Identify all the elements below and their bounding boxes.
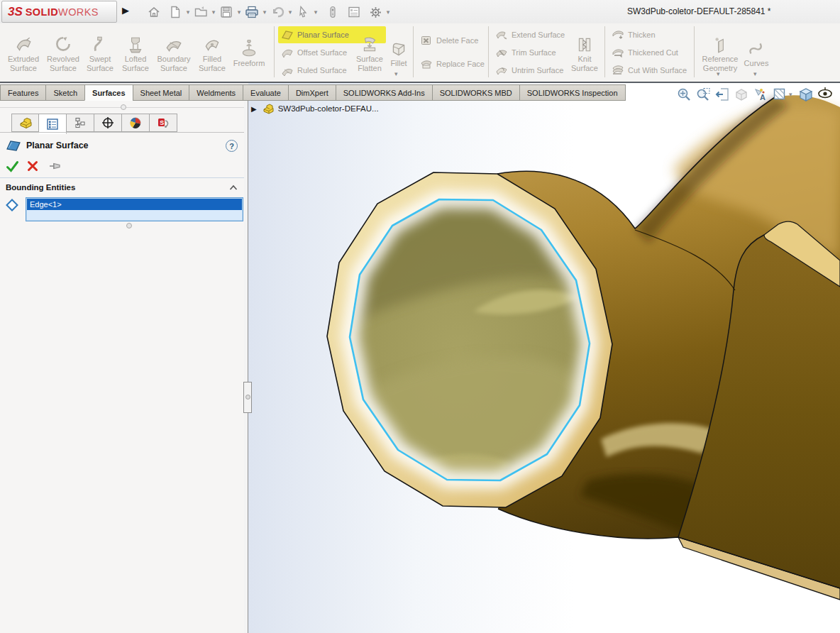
menu-flyout-arrow[interactable]: ▶ — [122, 5, 129, 16]
ribbon-button-fillet[interactable]: Fillet — [386, 26, 411, 80]
reference-geometry-dropdown-icon[interactable]: ▾ — [717, 70, 720, 77]
tab-sheet-metal[interactable]: Sheet Metal — [133, 84, 189, 101]
edge-selection-diamond-icon — [6, 199, 18, 211]
view-orientation-cube-icon[interactable] — [796, 85, 815, 104]
fillet-dropdown-icon[interactable]: ▾ — [394, 70, 398, 77]
model-3d-coletor[interactable] — [248, 83, 840, 633]
ribbon-button-trim-surface[interactable]: Trim Surface — [492, 44, 565, 61]
featuremanager-tree-icon[interactable] — [11, 114, 39, 132]
ribbon-button-extend-surface[interactable]: Extend Surface — [492, 26, 565, 43]
ribbon-button-untrim-surface[interactable]: Untrim Surface — [492, 62, 565, 79]
print-dropdown-icon[interactable]: ▾ — [260, 9, 269, 16]
bounding-entities-label: Bounding Entities — [6, 183, 75, 192]
collapse-chevron-icon[interactable] — [228, 184, 238, 192]
undo-icon[interactable] — [269, 4, 286, 21]
panel-collapse-handle[interactable] — [121, 104, 126, 110]
tab-dimxpert[interactable]: DimXpert — [288, 84, 336, 101]
tab-weldments[interactable]: Weldments — [189, 84, 243, 101]
options-dropdown-icon[interactable]: ▾ — [384, 9, 392, 16]
tab-solidworks-mbd[interactable]: SOLIDWORKS MBD — [432, 84, 519, 101]
select-dropdown-icon[interactable]: ▾ — [311, 9, 320, 16]
previous-view-icon[interactable] — [712, 85, 731, 104]
displaymanager-icon[interactable] — [122, 114, 150, 132]
ribbon-button-freeform[interactable]: Freeform — [230, 26, 268, 80]
ribbon-button-reference-geometry[interactable]: Reference Geometry — [698, 26, 742, 80]
dimxpertmanager-icon[interactable] — [94, 114, 122, 132]
manager-tab-underline — [0, 132, 244, 133]
eye-icon[interactable] — [815, 85, 834, 104]
feature-tree-expand-arrow[interactable]: ▶ — [251, 105, 257, 113]
magnified-selection-icon[interactable] — [324, 4, 341, 21]
selection-box-resize-handle[interactable] — [126, 223, 132, 229]
selection-list-item[interactable]: Edge<1> — [27, 199, 242, 210]
property-manager-header: Planar Surface — [6, 139, 89, 152]
print-icon[interactable] — [243, 4, 260, 21]
ribbon-button-extruded-surface[interactable]: Extruded Surface — [4, 26, 43, 80]
manager-tab-bar: S — [11, 114, 177, 134]
ribbon-button-thickened-cut[interactable]: Thickened Cut — [609, 44, 691, 61]
propertymanager-icon[interactable] — [39, 114, 67, 134]
ribbon-button-surface-flatten[interactable]: Surface Flatten — [352, 26, 387, 80]
apply-scene-icon[interactable]: A — [751, 85, 770, 104]
graphics-area[interactable]: ▶ SW3dPub-coletor-DEFAU... A ▾ — [248, 83, 840, 633]
ribbon-button-revolved-surface[interactable]: Revolved Surface — [44, 26, 82, 80]
save-dropdown-icon[interactable]: ▾ — [235, 9, 243, 16]
file-properties-icon[interactable] — [346, 4, 363, 21]
quick-access-toolbar: ▾ ▾ ▾ ▾ ▾ ▾ ▾ — [145, 3, 392, 21]
ribbon-group-thicken: Thicken Thickened Cut Cut With Surface — [609, 26, 691, 79]
configurationmanager-icon[interactable] — [67, 114, 94, 132]
open-document-icon[interactable] — [192, 4, 209, 21]
property-manager-title: Planar Surface — [26, 141, 89, 150]
display-style-icon[interactable] — [770, 85, 789, 104]
svg-text:S: S — [160, 119, 164, 126]
ribbon-button-replace-face[interactable]: Replace Face — [417, 55, 487, 72]
open-document-dropdown-icon[interactable]: ▾ — [209, 9, 218, 16]
select-cursor-icon[interactable] — [294, 4, 311, 21]
cam-manager-icon[interactable]: S — [150, 114, 177, 132]
zoom-to-fit-icon[interactable] — [674, 85, 693, 104]
tab-evaluate[interactable]: Evaluate — [243, 84, 288, 101]
ribbon-button-thicken[interactable]: Thicken — [609, 26, 691, 43]
options-gear-icon[interactable] — [367, 4, 384, 21]
bounding-entities-section-header[interactable]: Bounding Entities — [0, 180, 244, 196]
curves-dropdown-icon[interactable]: ▾ — [753, 70, 757, 77]
tab-solidworks-add-ins[interactable]: SOLIDWORKS Add-Ins — [336, 84, 432, 101]
ribbon-group-trim: Extend Surface Trim Surface Untrim Surfa… — [492, 26, 565, 79]
solidworks-window: { "titlebar": { "logo_mark": "3S", "logo… — [0, 0, 840, 633]
tab-sketch[interactable]: Sketch — [45, 84, 84, 101]
ribbon-button-boundary-surface[interactable]: Boundary Surface — [153, 26, 194, 80]
ribbon-button-cut-with-surface[interactable]: Cut With Surface — [609, 62, 691, 79]
ribbon-button-swept-surface[interactable]: Swept Surface — [82, 26, 118, 80]
bounding-entities-selection-box[interactable]: Edge<1> — [26, 197, 243, 221]
new-document-dropdown-icon[interactable]: ▾ — [184, 9, 192, 16]
undo-dropdown-icon[interactable]: ▾ — [286, 9, 294, 16]
ribbon-button-delete-face[interactable]: Delete Face — [417, 32, 487, 49]
solidworks-logo-button[interactable]: 3S SOLIDWORKS — [1, 1, 117, 23]
zoom-to-area-icon[interactable] — [693, 85, 712, 104]
ok-check-icon[interactable] — [6, 159, 27, 173]
panel-splitter[interactable] — [244, 101, 248, 633]
command-tab-bar: Features Sketch Surfaces Sheet Metal Wel… — [0, 84, 626, 101]
ribbon-button-filled-surface[interactable]: Filled Surface — [194, 26, 230, 80]
new-document-icon[interactable] — [167, 4, 184, 21]
splitter-dot — [245, 395, 250, 400]
pin-icon[interactable] — [48, 159, 70, 173]
panel-splitter-handle[interactable] — [243, 382, 252, 413]
cancel-x-icon[interactable] — [27, 159, 48, 173]
home-icon[interactable] — [145, 4, 162, 21]
feature-tree-root-label[interactable]: SW3dPub-coletor-DEFAU... — [278, 104, 379, 113]
ribbon-button-lofted-surface[interactable]: Lofted Surface — [118, 26, 153, 80]
ribbon-separator — [694, 26, 695, 77]
logo-text-works: WORKS — [58, 6, 99, 18]
section-view-icon[interactable] — [731, 85, 751, 104]
tab-features[interactable]: Features — [0, 84, 45, 101]
ribbon-button-knit-surface[interactable]: Knit Surface — [568, 26, 602, 80]
save-icon[interactable] — [218, 4, 235, 21]
help-icon[interactable]: ? — [226, 140, 238, 152]
ribbon-group-face: Delete Face Replace Face — [417, 32, 487, 73]
tab-surfaces[interactable]: Surfaces — [84, 84, 132, 101]
logo-text-solid: SOLID — [26, 6, 58, 18]
tab-solidworks-inspection[interactable]: SOLIDWORKS Inspection — [519, 84, 626, 101]
display-style-dropdown-icon[interactable]: ▾ — [789, 91, 796, 98]
property-manager-actions — [6, 159, 70, 173]
